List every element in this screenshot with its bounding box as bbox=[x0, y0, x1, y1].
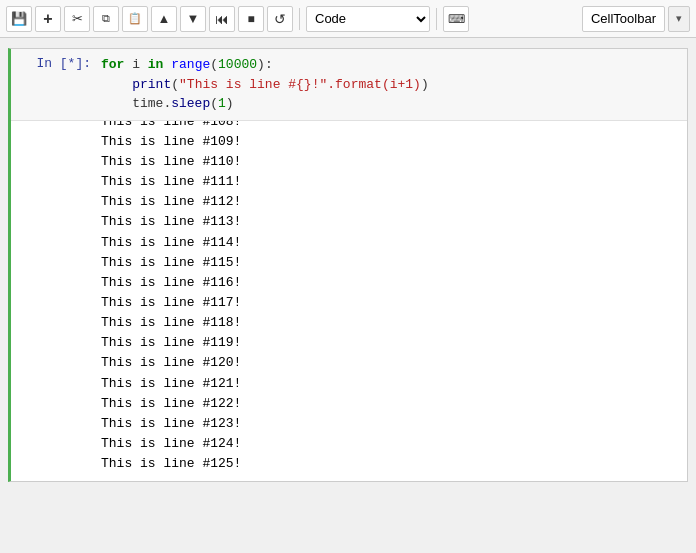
celltoolbar-button[interactable]: CellToolbar bbox=[582, 6, 665, 32]
output-line: This is line #124! bbox=[101, 434, 677, 454]
separator-1 bbox=[299, 8, 300, 30]
cell-input: In [*]: for i in range(10000): print("Th… bbox=[11, 49, 687, 121]
output-line: This is line #116! bbox=[101, 273, 677, 293]
output-line: This is line #110! bbox=[101, 152, 677, 172]
save-button[interactable]: 💾 bbox=[6, 6, 32, 32]
output-line: This is line #118! bbox=[101, 313, 677, 333]
cell-type-select[interactable]: Code Markdown Raw NBConvert Heading bbox=[306, 6, 430, 32]
output-line: This is line #122! bbox=[101, 394, 677, 414]
cut-button[interactable]: ✂ bbox=[64, 6, 90, 32]
cell-output[interactable]: This is line #106!This is line #107!This… bbox=[11, 121, 687, 481]
cell-prompt: In [*]: bbox=[11, 55, 101, 114]
output-line: This is line #112! bbox=[101, 192, 677, 212]
notebook-area: In [*]: for i in range(10000): print("Th… bbox=[0, 38, 696, 553]
code-cell: In [*]: for i in range(10000): print("Th… bbox=[8, 48, 688, 482]
skip-to-start-button[interactable]: ⏮ bbox=[209, 6, 235, 32]
toolbar-chevron-button[interactable]: ▾ bbox=[668, 6, 690, 32]
stop-button[interactable]: ■ bbox=[238, 6, 264, 32]
output-line: This is line #108! bbox=[101, 121, 677, 132]
toolbar: 💾 + ✂ ⧉ 📋 ▲ ▼ ⏮ ■ ↺ Code Markdown Raw NB… bbox=[0, 0, 696, 38]
output-line: This is line #113! bbox=[101, 212, 677, 232]
cell-code[interactable]: for i in range(10000): print("This is li… bbox=[101, 55, 687, 114]
output-line: This is line #115! bbox=[101, 253, 677, 273]
output-line: This is line #109! bbox=[101, 132, 677, 152]
output-line: This is line #119! bbox=[101, 333, 677, 353]
separator-2 bbox=[436, 8, 437, 30]
move-down-button[interactable]: ▼ bbox=[180, 6, 206, 32]
output-line: This is line #121! bbox=[101, 374, 677, 394]
add-cell-button[interactable]: + bbox=[35, 6, 61, 32]
copy-button[interactable]: ⧉ bbox=[93, 6, 119, 32]
paste-button[interactable]: 📋 bbox=[122, 6, 148, 32]
output-line: This is line #123! bbox=[101, 414, 677, 434]
output-line: This is line #117! bbox=[101, 293, 677, 313]
output-line: This is line #114! bbox=[101, 233, 677, 253]
move-up-button[interactable]: ▲ bbox=[151, 6, 177, 32]
output-line: This is line #125! bbox=[101, 454, 677, 474]
restart-button[interactable]: ↺ bbox=[267, 6, 293, 32]
output-line: This is line #120! bbox=[101, 353, 677, 373]
keyboard-shortcuts-button[interactable]: ⌨ bbox=[443, 6, 469, 32]
output-line: This is line #111! bbox=[101, 172, 677, 192]
